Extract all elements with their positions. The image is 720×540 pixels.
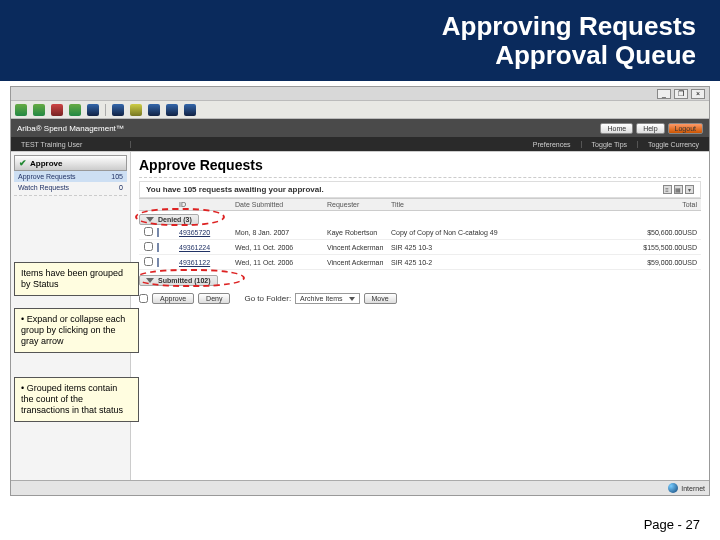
internet-zone-label: Internet: [681, 485, 705, 492]
back-icon[interactable]: [15, 104, 27, 116]
row-requester: Vincent Ackerman: [327, 259, 391, 266]
request-id-link[interactable]: 49365720: [179, 229, 210, 236]
request-type-icon: [157, 258, 159, 267]
menu-toggle-tips[interactable]: Toggle Tips: [582, 141, 638, 148]
nav-help-button[interactable]: Help: [636, 123, 664, 134]
deny-button[interactable]: Deny: [198, 293, 230, 304]
callout-grouped-by-status: Items have been grouped by Status: [14, 262, 139, 296]
ariba-brand-bar: Ariba® Spend Management™ Home Help Logou…: [11, 119, 709, 137]
stop-icon[interactable]: [51, 104, 63, 116]
request-id-link[interactable]: 49361122: [179, 259, 210, 266]
window-minimize-button[interactable]: _: [657, 89, 671, 99]
chevron-down-icon: [349, 297, 355, 301]
group-arrow-icon[interactable]: [146, 217, 154, 222]
expand-view-icon[interactable]: ▦: [674, 185, 683, 194]
forward-icon[interactable]: [33, 104, 45, 116]
row-checkbox[interactable]: [144, 227, 153, 236]
row-date: Wed, 11 Oct. 2006: [235, 259, 327, 266]
row-total: $59,000.00USD: [621, 259, 701, 266]
bulk-action-bar: Approve Deny Go to Folder: Archive Items…: [139, 290, 701, 307]
approve-button[interactable]: Approve: [152, 293, 194, 304]
callout-count-in-status: • Grouped items contain the count of the…: [14, 377, 139, 421]
col-id[interactable]: ID: [179, 201, 235, 208]
table-row[interactable]: 49361122 Wed, 11 Oct. 2006 Vincent Acker…: [139, 255, 701, 270]
row-total: $155,500.00USD: [621, 244, 701, 251]
row-checkbox[interactable]: [144, 257, 153, 266]
print-icon[interactable]: [184, 104, 196, 116]
current-user-label: TEST Training User: [11, 141, 131, 148]
favorites-icon[interactable]: [130, 104, 142, 116]
slide-title-line1: Approving Requests: [0, 12, 696, 41]
row-requester: Vincent Ackerman: [327, 244, 391, 251]
table-row[interactable]: 49361224 Wed, 11 Oct. 2006 Vincent Acker…: [139, 240, 701, 255]
row-requester: Kaye Robertson: [327, 229, 391, 236]
menu-toggle-currency[interactable]: Toggle Currency: [638, 141, 709, 148]
browser-toolbar: [11, 101, 709, 119]
col-date[interactable]: Date Submitted: [235, 201, 327, 208]
window-restore-button[interactable]: ❐: [674, 89, 688, 99]
main-content: Approve Requests You have 105 requests a…: [131, 152, 709, 480]
nav-home-button[interactable]: Home: [600, 123, 633, 134]
window-titlebar: _ ❐ ×: [11, 87, 709, 101]
group-arrow-icon[interactable]: [146, 278, 154, 283]
row-date: Wed, 11 Oct. 2006: [235, 244, 327, 251]
check-icon: ✔: [19, 158, 27, 168]
menu-preferences[interactable]: Preferences: [523, 141, 582, 148]
col-title[interactable]: Title: [391, 201, 621, 208]
row-date: Mon, 8 Jan. 2007: [235, 229, 327, 236]
window-close-button[interactable]: ×: [691, 89, 705, 99]
history-icon[interactable]: [148, 104, 160, 116]
move-button[interactable]: Move: [364, 293, 397, 304]
group-denied[interactable]: Denied (3): [139, 214, 199, 225]
slide-footer-page: Page - 27: [644, 517, 700, 532]
sidebar-approve-header[interactable]: ✔ Approve: [14, 155, 127, 171]
mail-icon[interactable]: [166, 104, 178, 116]
user-menu-bar: TEST Training User Preferences Toggle Ti…: [11, 137, 709, 151]
row-title: SIR 425 10-2: [391, 259, 621, 266]
page-heading: Approve Requests: [139, 157, 701, 173]
embedded-screenshot: _ ❐ × Ariba® Spend Management™ Home Help…: [10, 86, 710, 496]
group-submitted[interactable]: Submitted (102): [139, 275, 218, 286]
awaiting-count-text: You have 105 requests awaiting your appr…: [146, 185, 324, 194]
request-type-icon: [157, 243, 159, 252]
sidebar-item-approve-requests[interactable]: Approve Requests 105: [14, 171, 127, 182]
slide-title-line2: Approval Queue: [0, 41, 696, 70]
refresh-icon[interactable]: [69, 104, 81, 116]
internet-zone-icon: [668, 483, 678, 493]
row-checkbox[interactable]: [144, 242, 153, 251]
sidebar-item-watch-requests[interactable]: Watch Requests 0: [14, 182, 127, 193]
select-all-checkbox[interactable]: [139, 294, 148, 303]
nav-logout-button[interactable]: Logout: [668, 123, 703, 134]
browser-status-bar: Internet: [11, 480, 709, 495]
row-title: Copy of Copy of Non C-catalog 49: [391, 229, 621, 236]
goto-folder-label: Go to Folder:: [244, 294, 291, 303]
goto-folder-select[interactable]: Archive Items: [295, 293, 359, 304]
table-row[interactable]: 49365720 Mon, 8 Jan. 2007 Kaye Robertson…: [139, 225, 701, 240]
row-total: $50,600.00USD: [621, 229, 701, 236]
row-title: SIR 425 10-3: [391, 244, 621, 251]
col-total[interactable]: Total: [621, 201, 701, 208]
ariba-brand-text: Ariba® Spend Management™: [17, 124, 124, 133]
home-icon[interactable]: [87, 104, 99, 116]
request-type-icon: [157, 228, 159, 237]
export-icon[interactable]: ▾: [685, 185, 694, 194]
slide-title-bar: Approving Requests Approval Queue: [0, 0, 720, 81]
list-view-icon[interactable]: ≡: [663, 185, 672, 194]
search-icon[interactable]: [112, 104, 124, 116]
request-id-link[interactable]: 49361224: [179, 244, 210, 251]
table-header: ID Date Submitted Requester Title Total: [139, 198, 701, 211]
col-requester[interactable]: Requester: [327, 201, 391, 208]
callout-expand-collapse: • Expand or collapse each group by click…: [14, 308, 139, 352]
